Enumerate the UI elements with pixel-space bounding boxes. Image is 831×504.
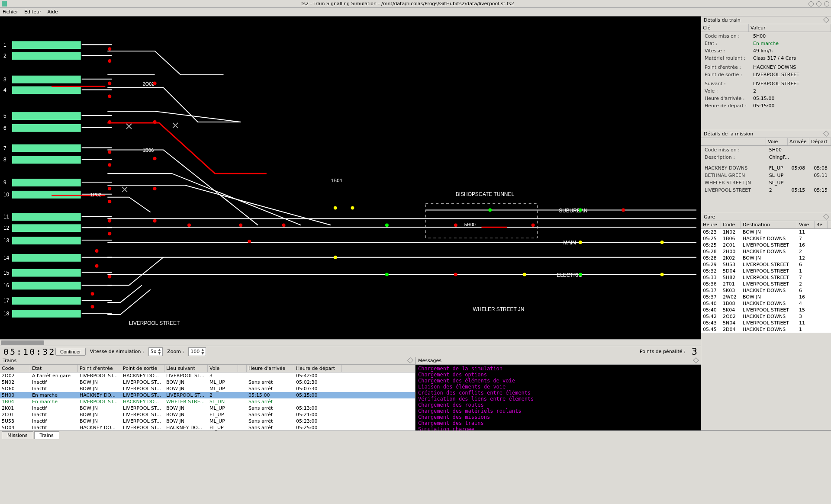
sim-speed-spin[interactable]: 5x▲▼ bbox=[148, 347, 163, 356]
menu-file[interactable]: Fichier bbox=[3, 9, 18, 15]
svg-point-83 bbox=[108, 219, 111, 222]
table-row[interactable]: 05:375K03HACKNEY DOWNS6 bbox=[701, 287, 831, 294]
table-row[interactable]: 5O60InactifBOW JNLIVERPOOL ST...BOW JNML… bbox=[0, 385, 415, 392]
tab-trains[interactable]: Trains bbox=[34, 431, 59, 439]
svg-text:WHELER STREET JN: WHELER STREET JN bbox=[473, 306, 525, 312]
svg-text:SUBURBAN: SUBURBAN bbox=[559, 208, 587, 214]
svg-point-77 bbox=[153, 157, 157, 160]
messages-panel: Messages Chargement de la simulationChar… bbox=[416, 357, 701, 430]
table-row[interactable]: 2C01InactifBOW JNLIVERPOOL ST...BOW JNEL… bbox=[0, 411, 415, 418]
table-row[interactable]: 5D04InactifHACKNEY DO...LIVERPOOL ST...H… bbox=[0, 424, 415, 430]
svg-text:15: 15 bbox=[3, 270, 10, 276]
tab-missions[interactable]: Missions bbox=[2, 431, 33, 439]
svg-point-108 bbox=[454, 273, 457, 276]
titlebar: ts2 - Train Signalling Simulation - /mnt… bbox=[0, 0, 831, 8]
menu-help[interactable]: Aide bbox=[48, 9, 58, 15]
svg-rect-10 bbox=[12, 213, 81, 221]
svg-point-99 bbox=[488, 209, 492, 212]
svg-text:1P02: 1P02 bbox=[90, 192, 101, 197]
svg-point-97 bbox=[385, 223, 389, 227]
svg-rect-13 bbox=[12, 254, 81, 262]
svg-text:MAIN: MAIN bbox=[563, 240, 576, 246]
bottom-tabs: Missions Trains bbox=[0, 430, 831, 439]
svg-text:4: 4 bbox=[3, 87, 6, 93]
table-row[interactable]: 05:401B08HACKNEY DOWNS4 bbox=[701, 300, 831, 307]
svg-point-90 bbox=[95, 264, 99, 268]
svg-rect-16 bbox=[12, 297, 81, 305]
station-table-body[interactable]: 05:231N02BOW JN1105:251B06HACKNEY DOWNS7… bbox=[701, 229, 831, 333]
svg-text:2O02: 2O02 bbox=[143, 81, 155, 87]
continue-button[interactable]: Continuer bbox=[55, 348, 86, 356]
svg-point-80 bbox=[108, 187, 111, 190]
table-row[interactable]: 5N02InactifBOW JNLIVERPOOL ST...BOW JNML… bbox=[0, 379, 415, 385]
window-title: ts2 - Train Signalling Simulation - /mnt… bbox=[7, 1, 808, 6]
table-row[interactable]: 05:282H00HACKNEY DOWNS2 bbox=[701, 248, 831, 255]
mission-detail-panel: Détails de la mission VoieArrivéeDépart … bbox=[701, 130, 831, 213]
penalty-label: Points de pénalité : bbox=[640, 349, 686, 354]
table-row[interactable]: 1B04En marcheLIVERPOOL ST...HACKNEY DO..… bbox=[0, 398, 415, 405]
table-row[interactable]: 05:405K04LIVERPOOL STREET15 bbox=[701, 307, 831, 313]
table-row[interactable]: 05:372W02BOW JN16 bbox=[701, 294, 831, 300]
svg-point-105 bbox=[660, 273, 664, 276]
table-row[interactable]: 05:422O02HACKNEY DOWNS3 bbox=[701, 313, 831, 320]
svg-point-102 bbox=[579, 241, 582, 244]
svg-rect-0 bbox=[12, 41, 81, 49]
svg-text:16: 16 bbox=[3, 282, 10, 289]
svg-point-103 bbox=[622, 209, 625, 212]
undock-icon[interactable] bbox=[823, 214, 829, 220]
svg-text:2: 2 bbox=[3, 53, 6, 59]
undock-icon[interactable] bbox=[823, 17, 829, 23]
undock-icon[interactable] bbox=[823, 131, 829, 137]
svg-text:3: 3 bbox=[3, 77, 6, 83]
svg-rect-7 bbox=[12, 156, 81, 164]
table-row[interactable]: 5H00En marcheHACKNEY DO...LIVERPOOL ST..… bbox=[0, 392, 415, 398]
table-row[interactable]: 05:335H82LIVERPOOL STREET7 bbox=[701, 274, 831, 281]
table-row[interactable]: 05:252C01LIVERPOOL STREET16 bbox=[701, 242, 831, 248]
table-row[interactable]: 5U53InactifBOW JNLIVERPOOL ST...BOW JNML… bbox=[0, 418, 415, 424]
svg-point-100 bbox=[531, 223, 535, 227]
menu-editor[interactable]: Editeur bbox=[24, 9, 42, 15]
svg-point-73 bbox=[153, 82, 157, 85]
svg-point-79 bbox=[108, 163, 111, 167]
table-row[interactable]: 05:362T01LIVERPOOL STREET2 bbox=[701, 281, 831, 287]
trains-table-body[interactable]: 2O02A l'arrêt en gareLIVERPOOL ST...HACK… bbox=[0, 372, 415, 430]
table-row[interactable]: 05:282K02BOW JN12 bbox=[701, 255, 831, 261]
svg-point-92 bbox=[91, 292, 94, 295]
table-row[interactable]: 2K01InactifBOW JNLIVERPOOL ST...BOW JNML… bbox=[0, 405, 415, 411]
table-row[interactable]: 05:251B06HACKNEY DOWNS7 bbox=[701, 235, 831, 242]
sim-clock: 05:10:32 bbox=[3, 347, 51, 357]
table-row[interactable]: 2O02A l'arrêt en gareLIVERPOOL ST...HACK… bbox=[0, 372, 415, 379]
minimize-icon[interactable] bbox=[808, 1, 814, 6]
menubar: Fichier Editeur Aide bbox=[0, 8, 831, 16]
table-row[interactable]: 05:295U53LIVERPOOL STREET6 bbox=[701, 261, 831, 268]
trains-table-header: CodeEtatPoint d'entréePoint de sortieLie… bbox=[0, 365, 415, 372]
track-canvas[interactable]: 123456789101112131415161718 bbox=[0, 16, 701, 339]
svg-point-109 bbox=[385, 273, 389, 276]
messages-body[interactable]: Chargement de la simulationChargement de… bbox=[416, 365, 701, 430]
maximize-icon[interactable] bbox=[816, 1, 821, 6]
undock-icon[interactable] bbox=[693, 357, 699, 363]
canvas-hscroll[interactable] bbox=[0, 339, 701, 346]
table-row[interactable]: 05:452D04HACKNEY DOWNS1 bbox=[701, 326, 831, 333]
svg-text:5: 5 bbox=[3, 113, 6, 119]
svg-point-110 bbox=[334, 256, 337, 259]
svg-point-91 bbox=[108, 275, 111, 279]
svg-point-78 bbox=[108, 151, 111, 154]
sim-speed-label: Vitesse de simulation : bbox=[90, 349, 144, 354]
zoom-spin[interactable]: 100▲▼ bbox=[188, 347, 206, 356]
svg-point-89 bbox=[95, 249, 99, 253]
close-icon[interactable] bbox=[824, 1, 829, 6]
penalty-value: 3 bbox=[692, 346, 697, 357]
svg-point-106 bbox=[579, 273, 582, 276]
table-row[interactable]: 05:231N02BOW JN11 bbox=[701, 229, 831, 235]
train-detail-panel: Détails du train CléValeur Code mission … bbox=[701, 16, 831, 130]
table-row[interactable]: 05:325D04LIVERPOOL STREET1 bbox=[701, 268, 831, 274]
table-row[interactable]: 05:435N04LIVERPOOL STREET11 bbox=[701, 320, 831, 326]
station-panel: Gare HeureCodeDestinationVoieRe 05:231N0… bbox=[701, 213, 831, 430]
undock-icon[interactable] bbox=[407, 357, 413, 363]
svg-point-72 bbox=[108, 82, 111, 85]
svg-text:1B06: 1B06 bbox=[143, 148, 154, 153]
svg-point-85 bbox=[187, 223, 191, 227]
svg-rect-56 bbox=[425, 204, 537, 238]
svg-point-98 bbox=[454, 223, 457, 227]
